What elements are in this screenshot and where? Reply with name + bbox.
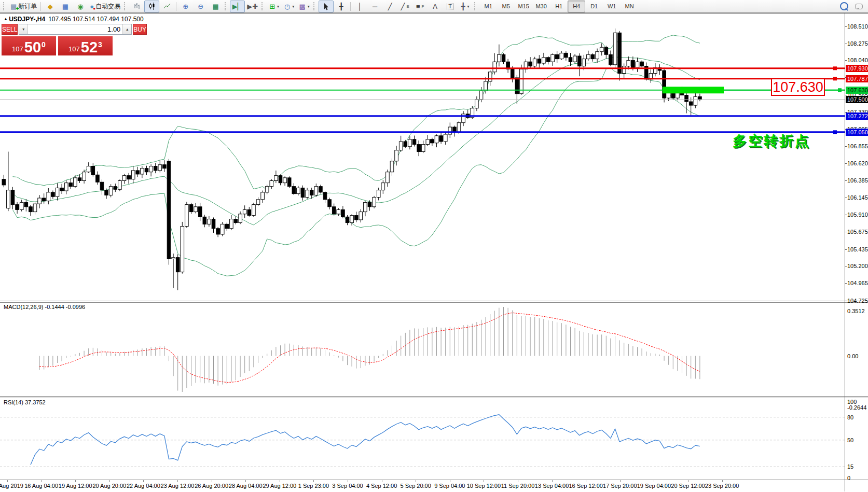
axis-tick xyxy=(845,249,847,250)
rsi-tick-label: 0 xyxy=(847,475,850,481)
time-tick xyxy=(109,480,110,482)
price-tick-label: 108.510 xyxy=(847,23,868,30)
macd-tick-label: -0.2644 xyxy=(847,404,866,411)
chart-annotation-text[interactable]: 多空转折点 xyxy=(733,132,810,150)
macd-tick-label: 0.3512 xyxy=(847,308,865,314)
price-line-badge: 107.500 xyxy=(846,96,868,103)
price-tick-label: 106.385 xyxy=(847,177,868,184)
buy-price-display[interactable]: 107523 xyxy=(58,36,113,55)
time-tick xyxy=(688,480,688,482)
price-line-badge: 107.272 xyxy=(846,113,868,120)
price-callout-box[interactable]: 107.630 xyxy=(771,78,825,96)
time-tick xyxy=(552,480,553,482)
axis-tick xyxy=(845,44,847,44)
axis-tick xyxy=(845,163,847,164)
time-tick xyxy=(42,480,42,482)
volume-increase-button[interactable]: ▴ xyxy=(122,24,131,34)
price-axis-line xyxy=(845,13,845,491)
axis-tick xyxy=(845,60,847,61)
volume-stepper: ▾ ▴ xyxy=(19,24,132,35)
time-tick xyxy=(245,480,246,482)
rsi-tick-label: 100 xyxy=(847,399,857,405)
chart-surface[interactable] xyxy=(0,0,868,492)
price-tick-label: 106.855 xyxy=(847,143,868,149)
time-tick xyxy=(450,480,450,482)
price-line-badge: 107.787 xyxy=(846,75,868,82)
time-tick xyxy=(484,480,484,482)
volume-decrease-button[interactable]: ▾ xyxy=(19,24,28,34)
time-tick xyxy=(722,480,723,482)
time-tick xyxy=(75,480,76,482)
time-tick xyxy=(518,480,518,482)
price-tick-label: 106.620 xyxy=(847,160,868,166)
time-tick xyxy=(416,480,416,482)
axis-tick xyxy=(845,266,847,266)
price-line-badge: 107.630 xyxy=(846,87,868,94)
price-tick-label: 108.040 xyxy=(847,57,868,63)
axis-tick xyxy=(845,232,847,232)
price-tick-label: 105.675 xyxy=(847,229,868,235)
symbol-period-label: USDJPY-,H4 xyxy=(9,16,45,23)
chart-ohlc-header[interactable]: USDJPY-,H4107.495 107.514 107.494 107.50… xyxy=(4,16,144,23)
mt4-terminal: { "toolbar": { "buttons": { "new_order":… xyxy=(0,0,868,492)
price-tick-label: 105.200 xyxy=(847,263,868,269)
time-tick xyxy=(7,480,8,482)
rsi-indicator-label: RSI(14) 37.3752 xyxy=(4,399,46,405)
time-tick xyxy=(313,480,314,482)
axis-tick xyxy=(845,180,847,181)
axis-tick xyxy=(845,283,847,284)
price-tick-label: 108.275 xyxy=(847,40,868,47)
time-tick xyxy=(382,480,382,482)
time-tick xyxy=(177,480,178,482)
price-tick-label: 105.435 xyxy=(847,246,868,252)
rsi-panel-separator[interactable] xyxy=(0,396,868,398)
rsi-panel xyxy=(0,415,845,467)
volume-input[interactable] xyxy=(28,24,122,34)
rsi-tick-label: 15 xyxy=(847,463,853,470)
ohlc-values: 107.495 107.514 107.494 107.500 xyxy=(48,16,144,23)
price-tick-label: 106.145 xyxy=(847,194,868,201)
price-tick-label: 105.910 xyxy=(847,212,868,218)
time-tick xyxy=(348,480,348,482)
time-tick xyxy=(143,480,144,482)
macd-panel-separator[interactable] xyxy=(0,301,868,303)
time-tick xyxy=(586,480,586,482)
price-line-badge: 107.930 xyxy=(846,65,868,72)
axis-tick xyxy=(845,215,847,215)
time-tick xyxy=(212,480,212,482)
axis-tick xyxy=(845,146,847,147)
buy-button[interactable]: BUY xyxy=(133,24,147,35)
time-axis-separator xyxy=(0,480,868,480)
sell-price-display[interactable]: 107500 xyxy=(2,36,56,55)
axis-tick xyxy=(845,198,847,198)
main-chart-panel xyxy=(0,29,845,290)
time-tick xyxy=(620,480,621,482)
axis-tick xyxy=(845,26,847,27)
rsi-tick-label: 50 xyxy=(847,437,853,443)
price-line-badge: 107.050 xyxy=(846,129,868,136)
price-tick-label: 104.965 xyxy=(847,280,868,286)
time-tick xyxy=(280,480,280,482)
one-click-trading-panel: SELL ▾ ▴ BUY 107500 107523 xyxy=(2,24,113,55)
axis-tick xyxy=(845,301,847,301)
time-tick xyxy=(654,480,654,482)
rsi-tick-label: 80 xyxy=(847,414,853,420)
price-tick-label: 104.725 xyxy=(847,298,868,304)
axis-tick xyxy=(845,95,847,95)
macd-tick-label: 0.00 xyxy=(847,353,858,359)
macd-panel xyxy=(39,307,700,392)
time-tick-label: 23 Sep 20:00 xyxy=(699,483,746,489)
sell-button[interactable]: SELL xyxy=(2,24,18,35)
macd-indicator-label: MACD(12,26,9) -0.1444 -0.0996 xyxy=(4,304,85,310)
